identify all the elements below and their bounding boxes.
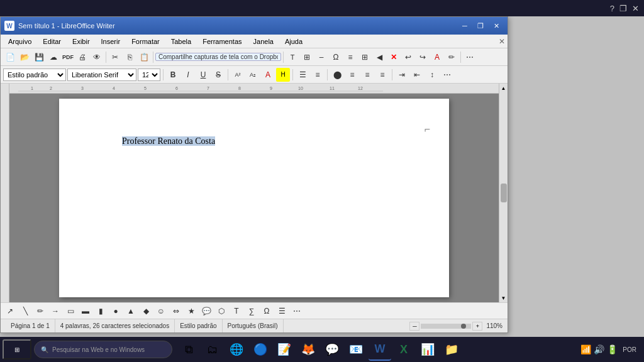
lo-minimize-btn[interactable]: ─ — [457, 20, 472, 31]
lo-close-btn[interactable]: ✕ — [489, 20, 504, 31]
draw-flow-btn[interactable]: ⬡ — [214, 304, 228, 318]
size-selector[interactable]: 12 — [138, 69, 160, 81]
italic-btn[interactable]: I — [181, 68, 195, 82]
preview-btn[interactable]: 👁 — [90, 50, 104, 64]
notepad-btn[interactable]: 📝 — [273, 338, 296, 361]
excel-task-btn[interactable]: X — [392, 338, 415, 361]
draw-arrow-btn[interactable]: → — [48, 304, 62, 318]
scroll-thumb[interactable] — [501, 184, 507, 202]
selected-text[interactable]: Professor Renato da Costa — [122, 136, 215, 146]
tray-volume[interactable]: 🔊 — [594, 344, 604, 354]
zoom-out-btn[interactable]: ─ — [409, 322, 419, 331]
scroll-up-btn[interactable]: ▲ — [499, 84, 508, 92]
toolbar-btn6[interactable]: ◀ — [372, 50, 386, 64]
menu-inserir[interactable]: Inserir — [96, 36, 126, 47]
start-button[interactable]: ⊞ — [3, 339, 31, 359]
toolbar-btn2[interactable]: – — [314, 50, 328, 64]
edge-btn[interactable]: 🔵 — [249, 338, 272, 361]
draw-fill-btn[interactable]: ▮ — [94, 304, 108, 318]
lo-maximize-btn[interactable]: ❐ — [473, 20, 488, 31]
tray-battery[interactable]: 🔋 — [607, 344, 618, 354]
page-text-area[interactable]: Professor Renato da Costa — [59, 99, 449, 172]
draw-smiley-btn[interactable]: ☺ — [154, 304, 168, 318]
help-icon[interactable]: ? — [610, 4, 614, 13]
restore-icon[interactable]: ❐ — [619, 4, 627, 13]
toolbar-btn7[interactable]: ✕ — [387, 50, 401, 64]
align-center-btn[interactable]: ≡ — [345, 68, 359, 82]
outlook-btn[interactable]: 📧 — [345, 338, 367, 361]
highlight-btn[interactable]: ✏ — [445, 50, 458, 64]
taskbar-search[interactable]: 🔍 Pesquisar na Web e no Windows — [34, 341, 172, 358]
menu-ferramentas[interactable]: Ferramentas — [197, 36, 247, 47]
open-btn[interactable]: 📂 — [18, 50, 31, 64]
draw-more-btn[interactable]: ⋯ — [290, 304, 304, 318]
underline-btn[interactable]: U — [196, 68, 210, 82]
draw-textbox-btn[interactable]: T — [230, 304, 243, 318]
file-explorer-btn[interactable]: 🗂 — [201, 338, 224, 361]
draw-line-btn[interactable]: ╲ — [18, 304, 32, 318]
draw-freehand-btn[interactable]: ✏ — [33, 304, 47, 318]
draw-callout-btn[interactable]: 💬 — [199, 304, 213, 318]
draw-rect-btn[interactable]: ▭ — [64, 304, 77, 318]
strikethrough-btn[interactable]: S — [211, 68, 225, 82]
style-selector[interactable]: Estilo padrão — [3, 69, 66, 81]
more-btn[interactable]: ⋯ — [463, 50, 477, 64]
scroll-down-btn[interactable]: ▼ — [499, 293, 508, 302]
zoom-in-btn[interactable]: + — [472, 322, 482, 331]
draw-formula-btn[interactable]: ∑ — [245, 304, 258, 318]
save-remote-btn[interactable]: ☁ — [47, 50, 60, 64]
align-right-btn[interactable]: ≡ — [360, 68, 374, 82]
outdent-btn[interactable]: ⇤ — [410, 68, 424, 82]
menu-arquivo[interactable]: Arquivo — [3, 36, 36, 47]
font-selector[interactable]: Liberation Serif — [67, 69, 136, 81]
tray-network[interactable]: 📶 — [580, 344, 591, 354]
redo-btn[interactable]: ↪ — [416, 50, 430, 64]
menu-formatar[interactable]: Formatar — [126, 36, 165, 47]
highlight2-btn[interactable]: H — [276, 68, 290, 82]
fontcolor-btn[interactable]: A — [261, 68, 275, 82]
linespace-btn[interactable]: ↕ — [425, 68, 439, 82]
draw-frame-btn[interactable]: ☰ — [275, 304, 289, 318]
chrome-btn[interactable]: 🌐 — [225, 338, 248, 361]
menu-janela[interactable]: Janela — [248, 36, 279, 47]
document-page[interactable]: ⌐ Professor Renato da Costa — [59, 99, 449, 297]
skype-btn[interactable]: 💬 — [321, 338, 343, 361]
superscript-btn[interactable]: A² — [231, 68, 245, 82]
firefox-btn[interactable]: 🦊 — [297, 338, 319, 361]
draw-shape-btn[interactable]: ◆ — [139, 304, 153, 318]
document-content[interactable]: 1 2 3 4 5 6 7 8 9 10 11 12 — [9, 84, 499, 302]
menu-exibir[interactable]: Exibir — [67, 36, 95, 47]
toolbar-btn3[interactable]: Ω — [329, 50, 343, 64]
menu-ajuda[interactable]: Ajuda — [280, 36, 308, 47]
more2-btn[interactable]: ⋯ — [440, 68, 454, 82]
excel2-task-btn[interactable]: 📊 — [416, 338, 439, 361]
word-task-btn[interactable]: W — [369, 338, 391, 361]
indent-btn[interactable]: ⇥ — [395, 68, 409, 82]
close-lo-x-btn[interactable]: ✕ — [499, 37, 505, 46]
bullets-btn[interactable]: ☰ — [296, 68, 309, 82]
new-btn[interactable]: 📄 — [3, 50, 17, 64]
task-view-btn[interactable]: ⧉ — [177, 338, 200, 361]
toolbar-btn5[interactable]: ⊞ — [358, 50, 372, 64]
draw-circle-btn[interactable]: ● — [109, 304, 123, 318]
draw-rect2-btn[interactable]: ▬ — [79, 304, 92, 318]
folder-task-btn[interactable]: 📁 — [440, 338, 463, 361]
copy-btn[interactable]: ⎘ — [123, 50, 136, 64]
menu-editar[interactable]: Editar — [38, 36, 66, 47]
numbering-btn[interactable]: ≡ — [311, 68, 325, 82]
zoom-slider[interactable] — [421, 324, 471, 329]
draw-triangle-btn[interactable]: ▲ — [124, 304, 138, 318]
draw-star-btn[interactable]: ★ — [184, 304, 198, 318]
align-justify-btn[interactable]: ≡ — [375, 68, 389, 82]
pdf-btn[interactable]: PDF — [61, 50, 75, 64]
cut-btn[interactable]: ✂ — [108, 50, 122, 64]
save-btn[interactable]: 💾 — [32, 50, 46, 64]
color-btn[interactable]: A — [430, 50, 444, 64]
text-frame-btn[interactable]: T — [286, 50, 299, 64]
draw-cursor-btn[interactable]: ↗ — [3, 304, 17, 318]
draw-arrow2-btn[interactable]: ⇔ — [169, 304, 183, 318]
toolbar-btn1[interactable]: ⊞ — [300, 50, 314, 64]
draw-special-btn[interactable]: Ω — [260, 304, 274, 318]
toolbar-btn4[interactable]: ≡ — [343, 50, 357, 64]
print-btn[interactable]: 🖨 — [75, 50, 89, 64]
